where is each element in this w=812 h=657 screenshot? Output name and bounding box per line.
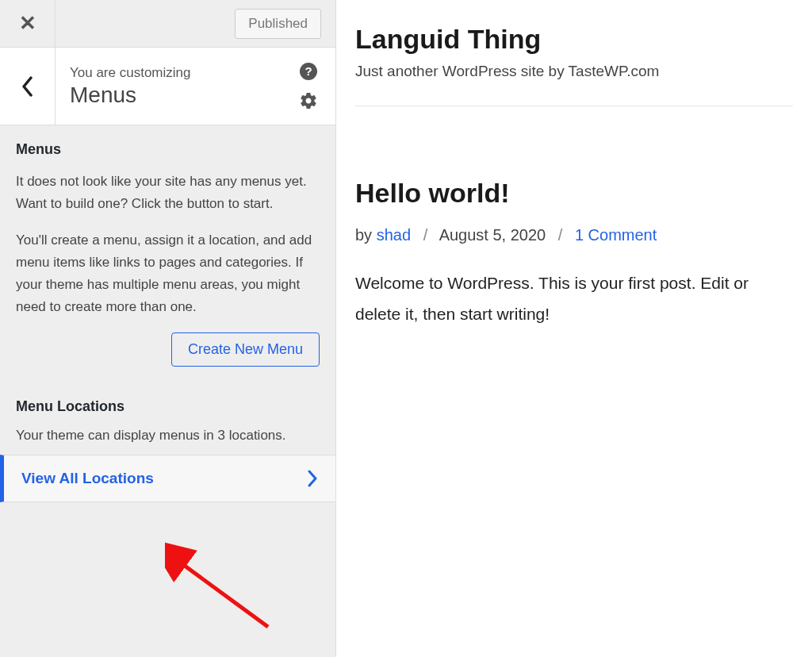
customizer-topbar: ✕ Published xyxy=(0,0,335,48)
publish-status-button[interactable]: Published xyxy=(235,9,321,39)
menu-locations-heading: Menu Locations xyxy=(16,398,320,415)
post-date: August 5, 2020 xyxy=(439,226,546,244)
post-body: Welcome to WordPress. This is your first… xyxy=(355,268,793,330)
svg-line-0 xyxy=(179,562,268,627)
meta-separator: / xyxy=(423,226,428,244)
panel-title: Menus xyxy=(70,83,285,108)
close-button[interactable]: ✕ xyxy=(0,0,56,48)
menus-description-2: You'll create a menu, assign it a locati… xyxy=(16,229,320,318)
menus-heading: Menus xyxy=(16,141,320,158)
post-author-link[interactable]: shad xyxy=(377,226,411,244)
post-title[interactable]: Hello world! xyxy=(355,178,793,209)
chevron-right-icon xyxy=(307,470,318,487)
menus-section: Menus It does not look like your site ha… xyxy=(0,125,335,382)
help-icon[interactable]: ? xyxy=(300,63,317,80)
customizer-header: You are customizing Menus ? xyxy=(0,48,335,125)
site-preview: Languid Thing Just another WordPress sit… xyxy=(336,0,812,657)
menu-locations-description: Your theme can display menus in 3 locati… xyxy=(16,428,320,444)
gear-icon[interactable] xyxy=(299,91,318,110)
site-tagline: Just another WordPress site by TasteWP.c… xyxy=(355,63,793,106)
create-new-menu-button[interactable]: Create New Menu xyxy=(171,332,320,367)
meta-separator: / xyxy=(558,226,563,244)
by-label: by xyxy=(355,226,377,244)
chevron-left-icon xyxy=(21,76,34,97)
site-title: Languid Thing xyxy=(355,24,793,55)
menu-locations-section: Menu Locations Your theme can display me… xyxy=(0,382,335,455)
customizer-panel: ✕ Published You are customizing Menus ? … xyxy=(0,0,336,657)
customizing-label: You are customizing xyxy=(70,65,285,81)
view-all-locations-label: View All Locations xyxy=(21,470,154,487)
post-meta: by shad / August 5, 2020 / 1 Comment xyxy=(355,226,793,244)
post-comments-link[interactable]: 1 Comment xyxy=(575,226,657,244)
annotation-arrow xyxy=(165,540,284,643)
back-button[interactable] xyxy=(0,48,56,125)
menus-description-1: It does not look like your site has any … xyxy=(16,171,320,215)
close-icon: ✕ xyxy=(19,11,36,36)
view-all-locations-row[interactable]: View All Locations xyxy=(0,455,335,502)
